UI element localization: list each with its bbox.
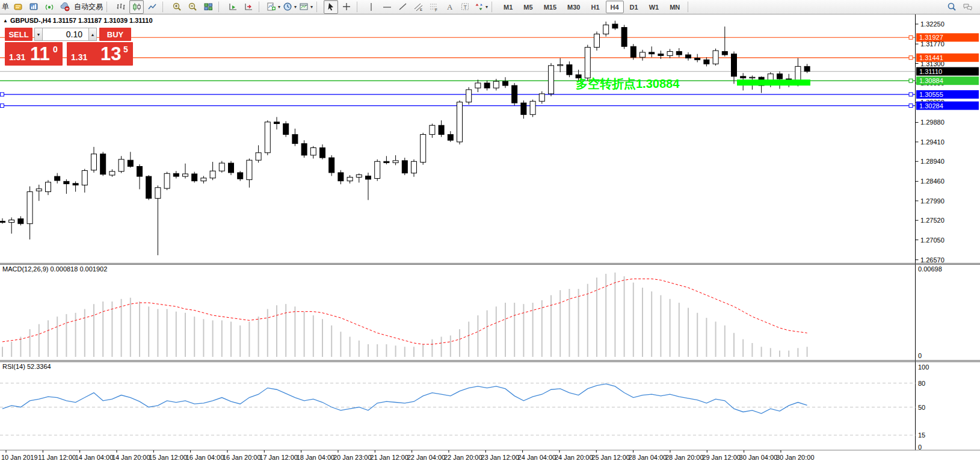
- auto-scroll-icon[interactable]: [226, 0, 240, 14]
- chat-icon[interactable]: [960, 0, 975, 14]
- new-order-button[interactable]: 单: [2, 2, 9, 12]
- periods-icon[interactable]: ▾: [282, 0, 297, 14]
- candle-body: [704, 60, 709, 64]
- hline-handle-left[interactable]: [1, 93, 4, 96]
- price-tick-label: 1.32250: [920, 20, 945, 28]
- search-icon[interactable]: [945, 0, 959, 14]
- time-label: 24 Jan 04:00: [518, 454, 556, 461]
- templates-icon[interactable]: ▾: [298, 0, 313, 14]
- timeframe-mn-button[interactable]: MN: [665, 1, 685, 13]
- price-badge-1.30284-text: 1.30284: [919, 102, 943, 110]
- hline-handle-right[interactable]: [909, 93, 913, 96]
- candle-body: [402, 161, 407, 173]
- collapse-panel-icon[interactable]: ▲: [3, 18, 8, 23]
- toolbar-separator: [218, 2, 223, 12]
- timeframe-m30-button[interactable]: M30: [562, 1, 585, 13]
- price-badge-1.31441-text: 1.31441: [919, 54, 943, 61]
- signals-icon-icon[interactable]: [42, 0, 57, 14]
- timeframe-w1-button[interactable]: W1: [644, 1, 664, 13]
- zoom-in-icon[interactable]: [170, 0, 184, 14]
- macd-axis-max: 0.00698: [918, 265, 942, 273]
- annotation-text[interactable]: 多空转折点1.30884: [576, 77, 680, 90]
- text-icon[interactable]: A: [442, 0, 457, 14]
- time-label: 28 Jan 04:00: [629, 454, 667, 461]
- bar-chart-icon[interactable]: [114, 0, 128, 14]
- indicators-icon[interactable]: ▾: [266, 0, 281, 14]
- timeframe-h1-button[interactable]: H1: [586, 1, 604, 13]
- arrows-button-dropdown-icon[interactable]: ▾: [485, 4, 488, 10]
- timeframe-m15-button[interactable]: M15: [539, 1, 561, 13]
- cursor-icon[interactable]: [324, 0, 338, 14]
- sell-price-display[interactable]: 1.31 11 0: [5, 42, 63, 66]
- hline-handle-right[interactable]: [909, 104, 913, 108]
- buy-price-display[interactable]: 1.31 13 5: [67, 42, 133, 66]
- time-label: 17 Jan 12:00: [259, 454, 298, 461]
- timeframe-m1-button[interactable]: M1: [499, 1, 517, 13]
- line-chart-icon[interactable]: [145, 0, 159, 14]
- vertical-line-icon[interactable]: [364, 0, 378, 14]
- fibonacci-icon[interactable]: F: [427, 0, 441, 14]
- candlestick-icon[interactable]: [129, 0, 144, 14]
- hline-handle-right[interactable]: [909, 56, 913, 60]
- candle-body: [256, 153, 261, 160]
- lot-decrease-button[interactable]: ▼: [34, 28, 43, 41]
- candle-body: [475, 83, 481, 88]
- autotrade-icon-icon[interactable]: [58, 0, 72, 14]
- candle-body: [777, 74, 783, 79]
- lot-size-input[interactable]: [43, 28, 88, 41]
- channel-icon[interactable]: E: [411, 0, 425, 14]
- horizontal-line-icon[interactable]: [380, 0, 394, 14]
- time-label: 16 Jan 20:00: [223, 454, 261, 461]
- gold-order-icon-icon[interactable]: [11, 0, 25, 14]
- timeframe-m5-button[interactable]: M5: [519, 1, 537, 13]
- timeframe-d1-button[interactable]: D1: [625, 1, 643, 13]
- candle-body: [201, 178, 206, 181]
- timeframe-h4-button[interactable]: H4: [606, 1, 624, 13]
- macd-label: MACD(12,26,9) 0.000818 0.001902: [2, 265, 107, 273]
- hline-handle-right[interactable]: [909, 36, 913, 39]
- lot-increase-button[interactable]: ▲: [88, 28, 97, 41]
- support-highlight-bar[interactable]: [737, 79, 810, 85]
- candle-body: [283, 124, 289, 135]
- candle-body: [539, 94, 544, 101]
- candle-body: [713, 51, 718, 64]
- time-label: 20 Jan 23:00: [333, 454, 372, 461]
- charts-window-icon-icon[interactable]: [26, 0, 41, 14]
- candle-body: [567, 65, 572, 75]
- sell-button[interactable]: SELL: [5, 28, 32, 41]
- hline-handle-right[interactable]: [909, 79, 913, 82]
- candle-body: [621, 28, 627, 47]
- candle-body: [448, 134, 453, 140]
- chart-canvas[interactable]: 多空转折点1.308841.322501.317701.313001.30830…: [0, 0, 980, 464]
- trendline-icon[interactable]: [395, 0, 410, 14]
- zoom-out-icon[interactable]: [185, 0, 200, 14]
- candle-body: [0, 221, 5, 223]
- sell-price-prefix: 1.31: [9, 52, 25, 62]
- candle-body: [457, 102, 463, 142]
- chart-shift-icon[interactable]: [241, 0, 256, 14]
- toolbar-separator: [162, 2, 167, 12]
- candle-body: [229, 163, 234, 173]
- candle-body: [658, 54, 664, 56]
- svg-text:T: T: [463, 4, 467, 10]
- hline-handle-left[interactable]: [1, 104, 4, 108]
- toolbar-separator: [492, 2, 496, 12]
- tile-windows-icon[interactable]: [201, 0, 215, 14]
- candle-body: [82, 170, 87, 185]
- candle-body: [274, 122, 280, 124]
- text-label-icon[interactable]: T: [458, 0, 472, 14]
- periods-button-dropdown-icon[interactable]: ▾: [294, 4, 297, 10]
- templates-button-dropdown-icon[interactable]: ▾: [310, 4, 313, 10]
- time-label: 24 Jan 20:00: [555, 454, 593, 461]
- autotrade-label[interactable]: 自动交易: [74, 2, 103, 12]
- candle-body: [210, 171, 215, 178]
- buy-price-prefix: 1.31: [71, 52, 87, 62]
- arrows-icon[interactable]: ▾: [473, 0, 488, 14]
- crosshair-icon[interactable]: [339, 0, 354, 14]
- buy-button[interactable]: BUY: [99, 28, 131, 41]
- indicators-button-dropdown-icon[interactable]: ▾: [278, 4, 280, 10]
- rsi-axis-15: 15: [918, 432, 925, 439]
- candle-body: [46, 182, 51, 192]
- svg-text:F: F: [435, 8, 437, 12]
- candle-body: [55, 176, 60, 181]
